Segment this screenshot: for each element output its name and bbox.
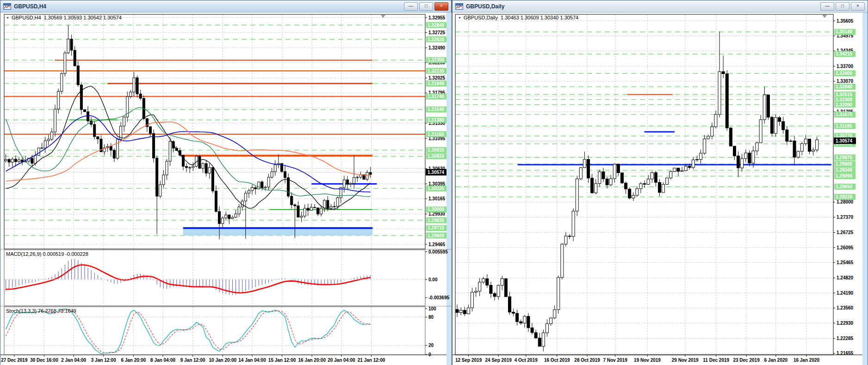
svg-text:1.31195: 1.31195 [836, 124, 852, 129]
daily-titlebar[interactable]: GBPUSD,Daily — □ × [453, 0, 868, 12]
svg-text:6 Jan 20:00: 6 Jan 20:00 [121, 358, 146, 363]
svg-text:1.32490: 1.32490 [428, 45, 446, 50]
chart-window-h4: GBPUSD,H4 — □ × 1.329551.327251.324901.3… [0, 0, 452, 365]
svg-text:28 Oct 2019: 28 Oct 2019 [574, 358, 600, 363]
svg-text:1.34215: 1.34215 [836, 51, 853, 56]
svg-text:1.32840: 1.32840 [428, 23, 445, 28]
chart-window-icon [3, 3, 11, 10]
svg-text:1.30915: 1.30915 [428, 148, 445, 153]
svg-text:1.31940: 1.31940 [428, 81, 445, 86]
svg-text:1.35140: 1.35140 [836, 29, 853, 34]
svg-text:1.25465: 1.25465 [837, 260, 854, 265]
svg-text:8 Jan 04:00: 8 Jan 04:00 [150, 358, 175, 363]
svg-text:1.28000: 1.28000 [837, 199, 854, 204]
symbol-dropdown-caret[interactable]: ▼ [458, 16, 461, 19]
svg-text:1.32300: 1.32300 [428, 57, 445, 62]
svg-text:23 Dec 2019: 23 Dec 2019 [733, 358, 760, 363]
svg-text:3 Jan 12:00: 3 Jan 12:00 [91, 358, 116, 363]
svg-text:1.29875: 1.29875 [836, 155, 853, 160]
svg-text:1.29090: 1.29090 [836, 173, 853, 179]
chart-window-icon [455, 3, 463, 10]
svg-text:15 Jan 12:00: 15 Jan 12:00 [268, 358, 296, 363]
svg-text:30 Dec 16:00: 30 Dec 16:00 [30, 358, 58, 363]
svg-text:1.22285: 1.22285 [837, 336, 854, 341]
symbol-dropdown-caret[interactable]: ▼ [6, 16, 9, 19]
svg-text:11 Dec 2019: 11 Dec 2019 [703, 358, 729, 363]
svg-text:100: 100 [428, 306, 436, 311]
svg-text:1.32300: 1.32300 [836, 97, 853, 102]
svg-text:0.005595: 0.005595 [428, 249, 448, 254]
svg-text:2 Jan 04:00: 2 Jan 04:00 [61, 358, 86, 363]
svg-text:1.30165: 1.30165 [428, 196, 446, 201]
restore-button[interactable]: □ [419, 2, 433, 11]
svg-text:1.32620: 1.32620 [428, 37, 445, 42]
svg-text:1.33070: 1.33070 [837, 79, 854, 84]
svg-text:1.31740: 1.31740 [428, 94, 445, 99]
svg-text:1.33700: 1.33700 [837, 64, 854, 69]
svg-text:6 Jan 2020: 6 Jan 2020 [764, 358, 788, 363]
svg-text:1.29835: 1.29835 [428, 218, 445, 223]
svg-text:1.32090: 1.32090 [836, 102, 853, 107]
svg-text:1.30574: 1.30574 [836, 138, 853, 143]
window-controls: — □ × [820, 2, 865, 11]
mdi-workspace: { "windows": { "h4": { "title": "GBPUSD,… [0, 0, 868, 365]
svg-text:4 Oct 2019: 4 Oct 2019 [515, 358, 538, 363]
svg-text:1.24820: 1.24820 [837, 275, 854, 280]
svg-text:27 Dec 2019: 27 Dec 2019 [1, 358, 28, 363]
svg-text:1.29465: 1.29465 [428, 242, 446, 247]
svg-text:1.22930: 1.22930 [837, 321, 854, 326]
svg-text:1.31160: 1.31160 [428, 132, 444, 137]
svg-text:1.30820: 1.30820 [428, 154, 445, 159]
window-title: GBPUSD,H4 [14, 3, 46, 10]
svg-text:1.32515: 1.32515 [836, 92, 853, 97]
svg-text:1.21655: 1.21655 [837, 351, 854, 356]
h4-chart-canvas[interactable]: 1.329551.327251.324901.322601.320251.317… [0, 12, 452, 365]
svg-text:12 Sep 2019: 12 Sep 2019 [455, 358, 482, 363]
svg-text:1.26725: 1.26725 [837, 230, 854, 235]
svg-text:14 Jan 04:00: 14 Jan 04:00 [238, 358, 266, 363]
minimize-button[interactable]: — [404, 2, 418, 11]
svg-text:1.31675: 1.31675 [836, 112, 853, 117]
svg-text:1.32840: 1.32840 [836, 84, 853, 89]
svg-text:1.29340: 1.29340 [836, 167, 853, 173]
svg-text:1.32955: 1.32955 [428, 15, 446, 20]
svg-text:16 Jan 20:00: 16 Jan 20:00 [298, 358, 326, 363]
svg-text:21 Jan 12:00: 21 Jan 12:00 [358, 358, 385, 363]
svg-text:19 Nov 2019: 19 Nov 2019 [634, 358, 661, 363]
daily-chart-canvas[interactable]: 1.356051.349751.343451.337001.330701.317… [453, 12, 868, 365]
svg-text:1.31380: 1.31380 [428, 118, 445, 123]
svg-text:1.32135: 1.32135 [428, 68, 445, 74]
svg-text:9 Jan 12:00: 9 Jan 12:00 [180, 358, 205, 363]
svg-text:1.35605: 1.35605 [837, 19, 854, 24]
svg-text:10 Jan 20:00: 10 Jan 20:00 [209, 358, 237, 363]
svg-text:1.32025: 1.32025 [428, 75, 446, 80]
window-title: GBPUSD,Daily [466, 3, 504, 10]
chart-window-daily: GBPUSD,Daily — □ × 1.356051.349751.34345… [452, 0, 868, 365]
svg-text:1.27370: 1.27370 [837, 215, 854, 220]
svg-text:1.30325: 1.30325 [428, 186, 445, 191]
minimize-button[interactable]: — [820, 2, 834, 11]
svg-text:0: 0 [428, 352, 431, 357]
svg-text:1.23560: 1.23560 [837, 305, 854, 310]
svg-text:1.32725: 1.32725 [428, 30, 446, 35]
svg-text:1.29600: 1.29600 [836, 161, 853, 167]
svg-text:1.28220: 1.28220 [836, 194, 853, 199]
svg-text:7 Nov 2019: 7 Nov 2019 [603, 358, 627, 363]
svg-text:16 Oct 2019: 16 Oct 2019 [544, 358, 570, 363]
svg-text:1.30000: 1.30000 [428, 207, 445, 212]
close-button[interactable]: × [851, 2, 865, 11]
restore-button[interactable]: □ [836, 2, 849, 11]
h4-titlebar[interactable]: GBPUSD,H4 — □ × [0, 0, 451, 12]
svg-text:1.29600: 1.29600 [428, 233, 445, 238]
close-button[interactable]: × [434, 2, 448, 11]
svg-text:-0.003695: -0.003695 [428, 295, 449, 300]
svg-text:0.00: 0.00 [428, 277, 438, 282]
svg-text:1.24190: 1.24190 [837, 291, 854, 296]
svg-text:24 Sep 2019: 24 Sep 2019 [485, 358, 512, 363]
svg-text:1.26095: 1.26095 [837, 245, 854, 250]
svg-text:20: 20 [428, 343, 434, 348]
svg-text:80: 80 [428, 315, 434, 320]
svg-text:1.29715: 1.29715 [428, 225, 445, 230]
svg-text:1.33400: 1.33400 [836, 71, 853, 76]
window-controls: — □ × [404, 2, 448, 11]
